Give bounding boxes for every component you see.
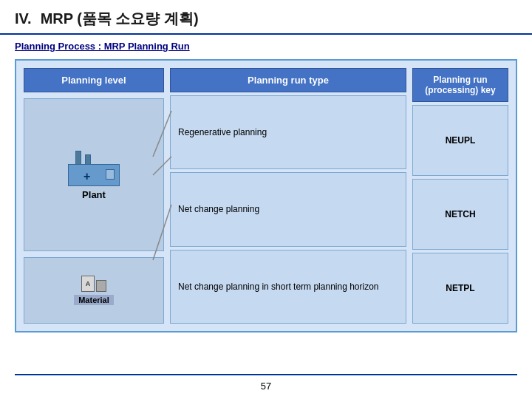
columns-layout: Planning level + Plant — [24, 68, 508, 324]
page: IV. MRP (품목 소요량 계획) Planning Process : M… — [0, 0, 532, 399]
factory-icon: + — [64, 149, 123, 186]
processing-key-header: Planning run (processing) key — [412, 68, 508, 102]
planning-run-type-header: Planning run type — [170, 68, 406, 92]
plant-box: + Plant — [24, 98, 164, 251]
material-icon: A — [81, 276, 106, 292]
key-row-1: NEUPL — [412, 105, 508, 176]
material-box-a: A — [81, 276, 95, 292]
key-row-2: NETCH — [412, 179, 508, 250]
planning-row-1: Regenerative planning — [170, 95, 406, 169]
key-rows: NEUPL NETCH NETPL — [412, 105, 508, 324]
planning-row-3: Net change planning in short term planni… — [170, 250, 406, 324]
material-box: A Material — [24, 257, 164, 324]
key-row-3: NETPL — [412, 253, 508, 324]
material-box-small — [96, 280, 106, 292]
factory-plus-sign: + — [83, 170, 90, 183]
material-label: Material — [74, 295, 114, 305]
subtitle: Planning Process : MRP Planning Run — [0, 35, 532, 56]
page-title: MRP (품목 소요량 계획) — [41, 9, 199, 29]
section-roman: IV. — [15, 10, 32, 27]
page-number: 57 — [261, 381, 271, 392]
planning-run-rows: Regenerative planning Net change plannin… — [170, 95, 406, 324]
middle-column: Planning run type Regenerative planning … — [170, 68, 406, 324]
right-column: Planning run (processing) key NEUPL NETC… — [412, 68, 508, 324]
bottom-divider — [15, 374, 517, 375]
main-content: Planning level + Plant — [0, 56, 532, 332]
diagram-container: Planning level + Plant — [15, 59, 517, 332]
chimney1 — [75, 151, 81, 166]
header: IV. MRP (품목 소요량 계획) — [0, 0, 532, 35]
plant-label: Plant — [82, 189, 106, 200]
left-column: Planning level + Plant — [24, 68, 164, 324]
planning-row-2: Net change planning — [170, 172, 406, 246]
planning-level-header: Planning level — [24, 68, 164, 92]
factory-body: + — [68, 164, 120, 186]
factory-window — [106, 169, 115, 180]
